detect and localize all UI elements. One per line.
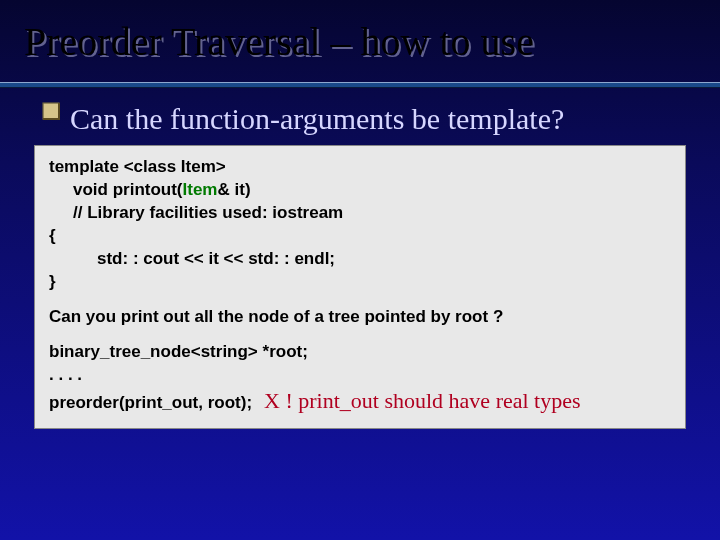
- code-question: Can you print out all the node of a tree…: [49, 306, 671, 329]
- svg-rect-0: [43, 103, 59, 119]
- code-line: preorder(print_out, root);: [49, 392, 252, 415]
- code-line: }: [49, 271, 671, 294]
- code-line: // Library facilities used: iostream: [49, 202, 671, 225]
- code-token: & it): [218, 180, 251, 199]
- warning-row: preorder(print_out, root); X ! print_out…: [49, 386, 671, 416]
- code-line: template <class Item>: [49, 156, 671, 179]
- code-line: {: [49, 225, 671, 248]
- code-token-type: Item: [183, 180, 218, 199]
- code-panel: template <class Item> void printout(Item…: [34, 145, 686, 429]
- code-line: std: : cout << it << std: : endl;: [49, 248, 671, 271]
- code-line: . . . .: [49, 364, 671, 387]
- title-block: Preorder Traversal – how to use: [0, 0, 720, 70]
- slide-title: Preorder Traversal – how to use: [24, 20, 696, 64]
- code-token: void printout(: [73, 180, 183, 199]
- warning-text: X ! print_out should have real types: [264, 386, 581, 416]
- code-line: void printout(Item& it): [49, 179, 671, 202]
- bullet-text: Can the function-arguments be template?: [70, 102, 564, 135]
- bullet-item: Can the function-arguments be template?: [0, 88, 720, 145]
- bullet-square-icon: [42, 102, 60, 120]
- code-line: binary_tree_node<string> *root;: [49, 341, 671, 364]
